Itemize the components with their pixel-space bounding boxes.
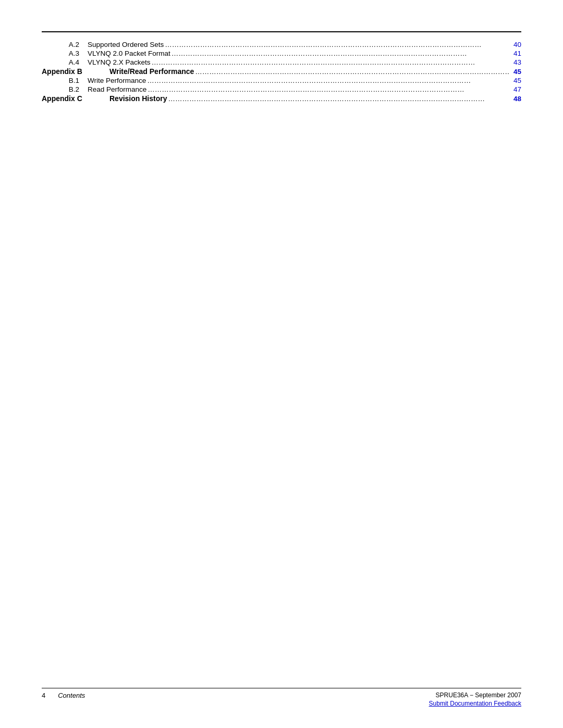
toc-sub-label: B.2 [42, 85, 88, 93]
toc-entry: Appendix CRevision History……………………………………… [42, 94, 521, 103]
footer-left: 4 Contents [42, 692, 85, 699]
toc-sub-label: B.1 [42, 77, 88, 84]
toc-appendix-label: Appendix C [42, 94, 109, 103]
toc-dots: …………………………………………………………………………………………………………… [164, 41, 509, 48]
page-container: A.2Supported Ordered Sets………………………………………… [0, 0, 563, 728]
toc-entry: A.2Supported Ordered Sets………………………………………… [42, 41, 521, 48]
toc-dots: …………………………………………………………………………………………………………… [146, 77, 509, 84]
toc-page-number[interactable]: 41 [509, 50, 521, 57]
toc-sub-title: VLYNQ 2.0 Packet Format [88, 50, 170, 57]
toc-entry: B.1Write Performance……………………………………………………… [42, 77, 521, 84]
footer-right: SPRUE36A − September 2007 Submit Documen… [429, 692, 521, 707]
toc-appendix-title: Write/Read Performance [109, 67, 194, 76]
toc-dots: …………………………………………………………………………………………………………… [167, 95, 509, 103]
toc-sub-label: A.3 [42, 50, 88, 57]
toc-appendix-label: Appendix B [42, 67, 109, 76]
toc-sub-title: Write Performance [88, 77, 146, 84]
toc-dots: …………………………………………………………………………………………………………… [194, 68, 509, 76]
toc-entries-container: A.2Supported Ordered Sets………………………………………… [42, 41, 521, 103]
toc-appendix-title: Revision History [109, 94, 167, 103]
toc-entry: Appendix BWrite/Read Performance……………………… [42, 67, 521, 76]
toc-page-number[interactable]: 43 [509, 58, 521, 66]
toc-page-number[interactable]: 45 [509, 68, 521, 76]
toc-dots: …………………………………………………………………………………………………………… [151, 58, 509, 66]
footer-doc-id: SPRUE36A − September 2007 [436, 692, 521, 699]
toc-entry: B.2Read Performance ……………………………………………………… [42, 85, 521, 93]
top-rule [42, 31, 521, 32]
footer-section-title: Contents [58, 692, 85, 699]
toc-sub-title: Supported Ordered Sets [88, 41, 164, 48]
toc-sub-label: A.4 [42, 58, 88, 66]
toc-page-number[interactable]: 48 [509, 95, 521, 103]
submit-feedback-link[interactable]: Submit Documentation Feedback [429, 700, 521, 707]
toc-sub-title: Read Performance [88, 85, 146, 93]
toc-page-number[interactable]: 47 [509, 85, 521, 93]
footer-page-number: 4 [42, 692, 45, 699]
toc-sub-label: A.2 [42, 41, 88, 48]
toc-page-number[interactable]: 40 [509, 41, 521, 48]
page-footer: 4 Contents SPRUE36A − September 2007 Sub… [42, 688, 521, 707]
toc-page-number[interactable]: 45 [509, 77, 521, 84]
toc-entry: A.3VLYNQ 2.0 Packet Format……………………………………… [42, 50, 521, 57]
toc-dots: …………………………………………………………………………………………………………… [146, 85, 509, 93]
toc-dots: …………………………………………………………………………………………………………… [170, 50, 509, 57]
toc-sub-title: VLYNQ 2.X Packets [88, 58, 151, 66]
toc-entry: A.4VLYNQ 2.X Packets……………………………………………………… [42, 58, 521, 66]
